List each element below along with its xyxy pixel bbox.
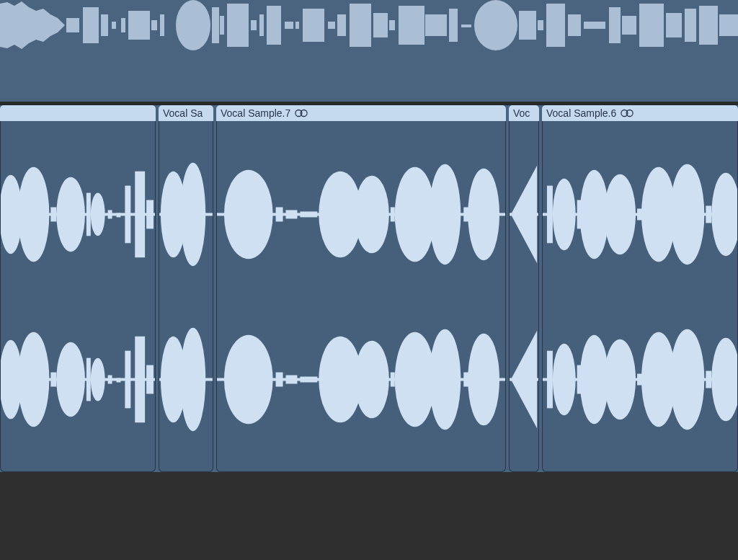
svg-rect-21 <box>373 13 388 37</box>
svg-rect-28 <box>519 11 536 40</box>
svg-rect-110 <box>543 213 737 215</box>
svg-rect-14 <box>267 6 281 45</box>
svg-rect-3 <box>112 22 116 29</box>
svg-rect-69 <box>159 378 213 381</box>
svg-point-27 <box>474 0 517 50</box>
svg-rect-51 <box>1 213 155 215</box>
svg-rect-29 <box>538 20 543 30</box>
svg-rect-30 <box>546 4 565 47</box>
svg-rect-26 <box>461 25 471 27</box>
svg-rect-37 <box>685 9 696 42</box>
region-lane: Vocal Sa Vocal Sample.7 <box>0 105 738 472</box>
svg-rect-96 <box>510 213 538 215</box>
svg-rect-22 <box>389 20 395 30</box>
svg-rect-24 <box>425 14 447 36</box>
svg-rect-2 <box>101 14 108 36</box>
region-label: Vocal Sample.7 <box>221 107 290 119</box>
svg-rect-39 <box>719 14 738 36</box>
svg-rect-83 <box>217 213 505 215</box>
arrange-area: Vocal Sa Vocal Sample.7 <box>0 0 738 560</box>
audio-region[interactable]: Vocal Sa <box>159 105 213 472</box>
svg-rect-19 <box>337 14 346 36</box>
region-waveform <box>510 121 538 471</box>
svg-rect-38 <box>699 6 718 45</box>
svg-rect-95 <box>217 378 505 381</box>
svg-rect-16 <box>295 22 299 29</box>
audio-region[interactable] <box>0 105 156 472</box>
region-waveform <box>217 121 505 471</box>
region-waveform <box>543 121 737 471</box>
svg-rect-11 <box>227 4 249 47</box>
svg-rect-0 <box>66 18 79 32</box>
region-header[interactable] <box>0 105 156 121</box>
svg-rect-6 <box>151 20 157 30</box>
region-label: Vocal Sa <box>163 107 203 119</box>
svg-rect-10 <box>220 16 224 35</box>
svg-rect-1 <box>83 7 99 43</box>
region-header[interactable]: Vocal Sample.7 <box>216 105 506 121</box>
region-waveform <box>1 121 155 471</box>
overview-waveform <box>0 0 738 102</box>
region-header[interactable]: Vocal Sa <box>159 105 213 121</box>
region-body[interactable] <box>0 121 156 472</box>
svg-rect-63 <box>1 378 155 381</box>
svg-rect-36 <box>666 13 682 37</box>
stereo-icon <box>621 109 633 117</box>
svg-rect-31 <box>568 14 581 36</box>
empty-area-below <box>0 472 738 560</box>
svg-rect-66 <box>159 213 213 215</box>
svg-rect-35 <box>639 4 664 47</box>
svg-rect-9 <box>212 7 219 43</box>
region-body[interactable] <box>542 121 738 472</box>
audio-region[interactable]: Voc <box>509 105 539 472</box>
svg-rect-23 <box>399 6 424 45</box>
svg-rect-20 <box>350 4 371 47</box>
stereo-icon <box>295 109 308 117</box>
svg-rect-4 <box>121 18 125 32</box>
region-label: Vocal Sample.6 <box>546 107 616 119</box>
svg-rect-15 <box>285 22 293 29</box>
svg-rect-97 <box>510 378 538 381</box>
audio-region[interactable]: Vocal Sample.7 <box>216 105 506 472</box>
svg-rect-33 <box>609 7 621 43</box>
region-header[interactable]: Vocal Sample.6 <box>542 105 738 121</box>
svg-rect-13 <box>259 14 264 36</box>
region-header[interactable]: Voc <box>509 105 539 121</box>
region-label: Voc <box>513 107 530 119</box>
audio-region[interactable]: Vocal Sample.6 <box>542 105 738 472</box>
svg-rect-5 <box>128 11 150 40</box>
svg-rect-32 <box>584 22 605 29</box>
region-body[interactable] <box>509 121 539 472</box>
svg-rect-34 <box>622 16 636 35</box>
svg-rect-121 <box>543 378 737 381</box>
svg-rect-12 <box>251 20 257 30</box>
svg-rect-7 <box>160 14 164 36</box>
svg-rect-17 <box>303 9 324 42</box>
svg-rect-25 <box>449 9 458 42</box>
overview-track[interactable] <box>0 0 738 102</box>
region-body[interactable] <box>159 121 213 472</box>
svg-point-8 <box>176 0 210 50</box>
region-body[interactable] <box>216 121 506 472</box>
region-waveform <box>159 121 213 471</box>
svg-rect-18 <box>328 22 335 29</box>
